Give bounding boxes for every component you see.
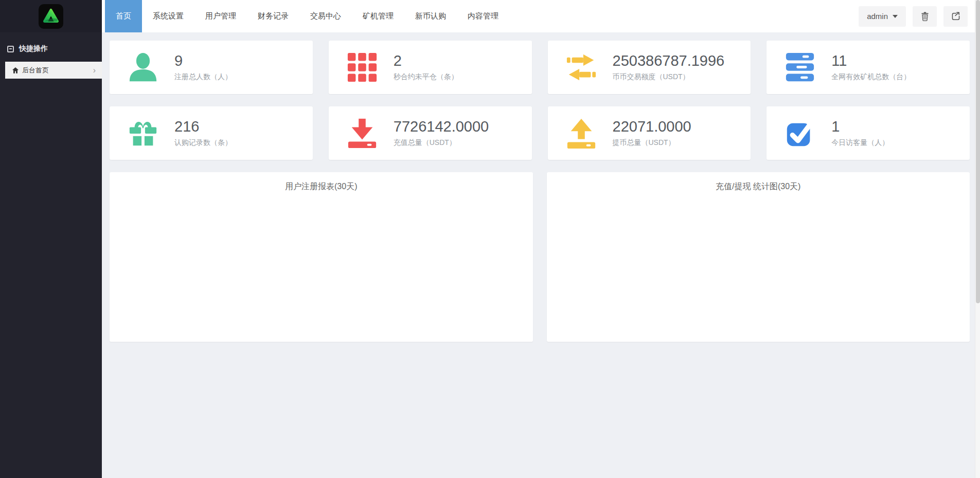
chevron-right-icon: › [93,66,96,75]
check-square-icon [784,117,816,149]
stat-value: 7726142.0000 [394,119,489,135]
chevron-down-icon [893,15,898,18]
stat-value: 250386787.1996 [613,53,725,69]
grid-icon [346,51,378,83]
stat-value: 2 [394,53,458,69]
stat-value: 216 [174,119,232,135]
stat-label: 今日访客量（人） [831,138,889,148]
logo-area [0,0,102,32]
stat-card-trade-volume: 250386787.1996 币币交易额度（USDT） [548,41,751,94]
gift-icon [127,117,159,149]
exchange-icon [565,51,597,83]
logout-icon [951,11,961,22]
tab-content-management[interactable]: 内容管理 [457,0,509,32]
stat-card-total-withdrawals: 22071.0000 提币总量（USDT） [548,106,751,160]
stat-label: 秒合约未平仓（条） [394,72,458,82]
stat-value: 22071.0000 [613,119,691,135]
sidebar-section-title: 快捷操作 [19,44,48,53]
upload-icon [565,117,597,149]
panel-title: 用户注册报表(30天) [110,172,533,192]
clear-cache-button[interactable] [913,6,937,27]
admin-username: admin [867,12,888,21]
admin-user-dropdown[interactable]: admin [859,6,906,27]
vertical-scrollbar-thumb[interactable] [976,0,980,303]
stat-value: 1 [831,119,889,135]
sidebar-item-label: 后台首页 [22,66,49,75]
stat-value: 11 [831,53,911,69]
logout-button[interactable] [943,6,968,27]
stat-card-registered-users: 9 注册总人数（人） [110,41,313,94]
tab-miner-management[interactable]: 矿机管理 [352,0,404,32]
home-icon [12,67,19,74]
sidebar-section-header: 快捷操作 [0,39,102,59]
user-icon [127,51,159,83]
top-navbar: 首页 系统设置 用户管理 财务记录 交易中心 矿机管理 新币认购 内容管理 ad… [102,0,980,32]
tab-user-management[interactable]: 用户管理 [194,0,247,32]
vertical-scrollbar-track[interactable] [975,0,980,478]
tab-trade-center[interactable]: 交易中心 [299,0,352,32]
download-icon [346,117,378,149]
server-icon [784,51,816,83]
stat-label: 认购记录数（条） [174,138,232,148]
panel-deposit-withdraw-chart: 充值/提现 统计图(30天) [547,172,970,342]
stat-card-open-contracts: 2 秒合约未平仓（条） [329,41,532,94]
stat-card-total-deposits: 7726142.0000 充值总量（USDT） [329,106,532,160]
tab-new-coin-subscription[interactable]: 新币认购 [404,0,457,32]
app-logo[interactable] [39,4,63,29]
tab-finance-records[interactable]: 财务记录 [247,0,299,32]
stat-label: 充值总量（USDT） [394,138,489,148]
chart-panels: 用户注册报表(30天) 充值/提现 统计图(30天) [102,160,980,342]
sidebar: 快捷操作 后台首页 › [0,0,102,478]
brand-a-icon [41,7,61,26]
panel-user-registration-chart: 用户注册报表(30天) [110,172,533,342]
sidebar-item-home[interactable]: 后台首页 › [5,62,102,79]
stat-label: 全网有效矿机总数（台） [831,72,911,82]
nav-tabs: 首页 系统设置 用户管理 财务记录 交易中心 矿机管理 新币认购 内容管理 [105,0,509,32]
stat-card-subscription-records: 216 认购记录数（条） [110,106,313,160]
main-content: 9 注册总人数（人） 2 秒合约未平仓（条） [102,32,980,478]
collapse-section-icon[interactable] [7,46,14,52]
navbar-right-controls: admin [859,0,980,32]
stat-card-active-miners: 11 全网有效矿机总数（台） [767,41,970,94]
panel-title: 充值/提现 统计图(30天) [547,172,970,192]
stat-label: 注册总人数（人） [174,72,232,82]
stat-label: 币币交易额度（USDT） [613,72,725,82]
stat-value: 9 [174,53,232,69]
stat-label: 提币总量（USDT） [613,138,691,148]
tab-system-settings[interactable]: 系统设置 [142,0,194,32]
stat-cards-grid: 9 注册总人数（人） 2 秒合约未平仓（条） [102,32,980,160]
stat-card-today-visitors: 1 今日访客量（人） [767,106,970,160]
trash-icon [920,11,930,22]
tab-home[interactable]: 首页 [105,0,142,32]
